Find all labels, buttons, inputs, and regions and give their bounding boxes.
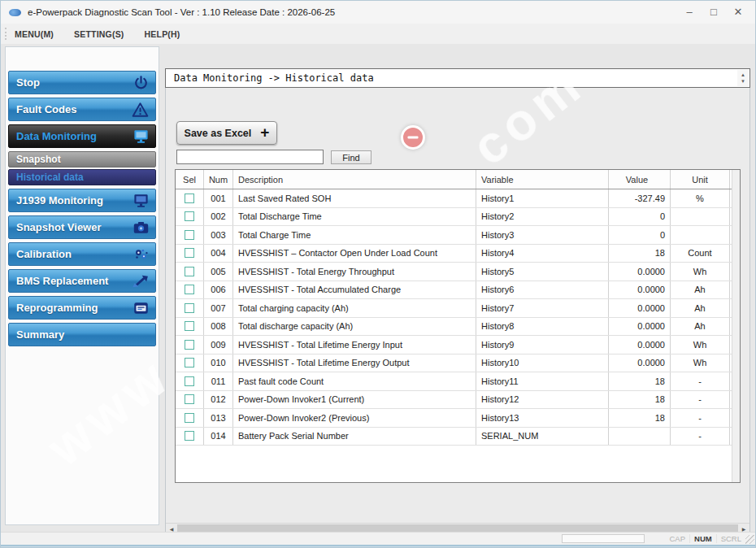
sidebar-item-j1939-monitoring[interactable]: J1939 Monitoring (8, 189, 156, 212)
unit-cell: Ah (671, 299, 730, 317)
table-row[interactable]: 007Total charging capacity (Ah)History70… (176, 299, 740, 318)
sidebar-item-bms-replacement[interactable]: BMS Replacement (8, 269, 156, 293)
camera-icon (133, 221, 149, 234)
table-row[interactable]: 001Last Saved Rated SOHHistory1-327.49% (176, 189, 740, 208)
scroll-left-icon[interactable]: ◀ (166, 526, 177, 532)
find-button[interactable]: Find (331, 150, 371, 164)
app-icon (9, 9, 21, 16)
spin-up-icon[interactable]: ▲ (741, 72, 745, 77)
num-cell: 012 (204, 391, 233, 409)
row-checkbox[interactable] (185, 413, 194, 423)
column-header-variable[interactable]: Variable (476, 170, 609, 189)
row-checkbox[interactable] (185, 211, 194, 221)
variable-cell: History5 (476, 263, 609, 281)
unit-cell: Wh (671, 263, 730, 281)
table-row[interactable]: 012Power-Down Invoker1 (Current)History1… (176, 391, 740, 410)
sidebar-item-reprogramming[interactable]: Reprogramming (8, 296, 156, 320)
monitor-icon (133, 194, 149, 207)
value-cell: 0.0000 (609, 336, 671, 354)
variable-cell: History9 (476, 336, 609, 354)
save-as-excel-button[interactable]: Save as Excel + (176, 121, 277, 145)
row-checkbox[interactable] (185, 321, 194, 331)
table-row[interactable]: 002Total Discharge TimeHistory20 (176, 208, 740, 227)
sidebar-item-stop[interactable]: Stop (8, 71, 156, 94)
spin-down-icon[interactable]: ▼ (741, 79, 745, 84)
sidebar-item-snapshot-viewer[interactable]: Snapshot Viewer (8, 215, 156, 239)
num-cell: 004 (204, 245, 233, 263)
table-row[interactable]: 013Power-Down Invoker2 (Previous)History… (176, 409, 740, 428)
table-row[interactable]: 011Past fault code CountHistory1118- (176, 372, 740, 391)
column-header-description[interactable]: Description (233, 170, 476, 189)
value-cell: 0.0000 (609, 263, 671, 281)
unit-cell: Ah (671, 281, 730, 299)
resize-grip[interactable] (745, 535, 754, 544)
sidebar-item-data-monitoring[interactable]: Data Monitoring (8, 124, 156, 148)
file-icon (133, 302, 149, 314)
row-checkbox[interactable] (185, 394, 194, 404)
row-checkbox[interactable] (185, 358, 194, 368)
table-row[interactable]: 004HVESSHIST – Contactor Open Under Load… (176, 245, 740, 263)
sidebar-item-label: Summary (16, 328, 64, 341)
spin-control[interactable]: ▲ ▼ (737, 70, 749, 86)
unit-cell (671, 226, 730, 244)
scroll-right-icon[interactable]: ▶ (738, 526, 749, 532)
variable-cell: History1 (476, 189, 609, 207)
minimize-button[interactable]: – (677, 1, 702, 24)
table-row[interactable]: 003Total Charge TimeHistory30 (176, 226, 740, 245)
unit-cell: - (671, 428, 730, 446)
sidebar-item-calibration[interactable]: Calibration (8, 242, 156, 266)
description-cell: HVESSHIST - Total Lifetime Energy Output (233, 354, 476, 372)
table-row[interactable]: 008Total discharge capacity (Ah)History8… (176, 318, 740, 337)
sidebar-item-historical-data[interactable]: Historical data (8, 169, 156, 185)
close-button[interactable]: ✕ (726, 1, 750, 24)
num-cell: 001 (204, 189, 233, 207)
num-cell: 008 (204, 318, 233, 336)
window-title: e-Powerpack Diagnostic Scan Tool - Ver :… (28, 7, 335, 17)
row-checkbox[interactable] (185, 340, 194, 350)
row-checkbox[interactable] (185, 230, 194, 240)
description-cell: Battery Pack Serial Number (233, 428, 476, 446)
row-checkbox[interactable] (185, 194, 194, 203)
description-cell: Past fault code Count (233, 372, 476, 390)
table-row[interactable]: 005HVESSHIST - Total Energy ThroughputHi… (176, 263, 740, 281)
description-cell: Last Saved Rated SOH (233, 189, 476, 207)
table-row[interactable]: 014Battery Pack Serial NumberSERIAL_NUM- (176, 428, 740, 446)
num-cell: 013 (204, 409, 233, 427)
variable-cell: History7 (476, 299, 609, 317)
swap-arrows-icon (132, 274, 149, 288)
column-header-num[interactable]: Num (204, 170, 233, 189)
table-row[interactable]: 009HVESSHIST - Total Lifetime Energy Inp… (176, 336, 740, 354)
find-input[interactable] (176, 150, 324, 164)
table-row[interactable]: 010HVESSHIST - Total Lifetime Energy Out… (176, 354, 740, 373)
num-cell: 014 (204, 428, 233, 446)
sidebar-item-label: Historical data (16, 172, 84, 183)
maximize-button[interactable]: □ (702, 1, 726, 24)
row-checkbox[interactable] (185, 285, 194, 294)
sidebar-item-fault-codes[interactable]: Fault Codes (8, 98, 156, 121)
sel-cell (176, 428, 204, 446)
menu-item-setting-s[interactable]: SETTING(S) (74, 29, 124, 39)
sel-cell (176, 299, 204, 317)
column-header-unit[interactable]: Unit (671, 170, 730, 189)
sidebar-item-summary[interactable]: Summary (8, 323, 156, 346)
table-row[interactable]: 006HVESSHIST - Total Accumulated ChargeH… (176, 281, 740, 300)
row-checkbox[interactable] (185, 376, 194, 386)
unit-cell: - (671, 372, 730, 390)
gears-icon (133, 247, 149, 261)
table-header-row: SelNumDescriptionVariableValueUnit (176, 170, 740, 189)
status-bar: CAPNUMSCRL (1, 532, 755, 545)
row-checkbox[interactable] (185, 431, 194, 441)
row-checkbox[interactable] (185, 267, 194, 276)
row-checkbox[interactable] (185, 248, 194, 258)
num-cell: 007 (204, 299, 233, 317)
description-cell: HVESSHIST - Total Energy Throughput (233, 263, 476, 281)
value-cell: 0.0000 (609, 281, 671, 299)
menu-item-menu-m[interactable]: MENU(M) (15, 29, 54, 39)
menu-item-help-h[interactable]: HELP(H) (145, 29, 180, 39)
row-checkbox[interactable] (185, 303, 194, 313)
column-header-sel[interactable]: Sel (176, 170, 204, 189)
variable-cell: History4 (476, 245, 609, 263)
sidebar-item-snapshot[interactable]: Snapshot (8, 151, 156, 167)
column-header-value[interactable]: Value (609, 170, 671, 189)
breadcrumb: Data Monitoring -> Historical data (174, 72, 374, 84)
